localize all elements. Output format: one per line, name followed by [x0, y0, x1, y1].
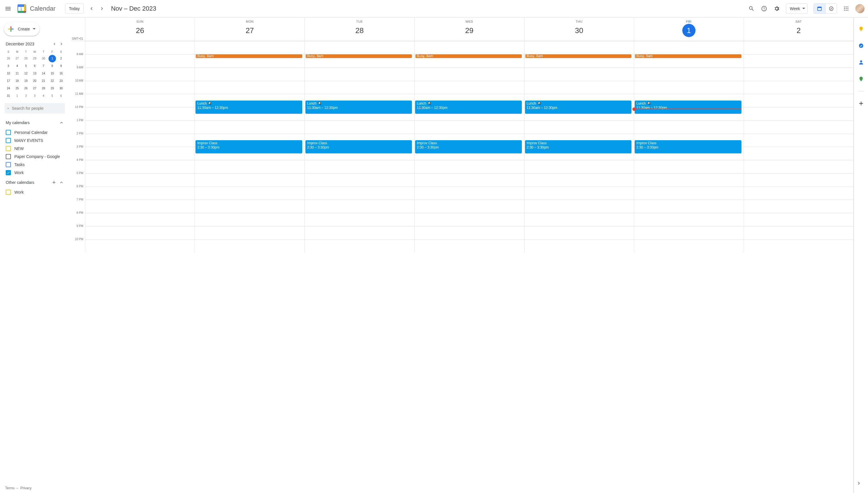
mini-day[interactable]: 3	[31, 92, 39, 100]
event[interactable]: Busy, 8am	[415, 54, 522, 58]
google-apps-button[interactable]	[841, 3, 852, 14]
mini-day[interactable]: 7	[40, 62, 47, 70]
day-column[interactable]: Busy, 8amLunch 🍳11:30am – 12:30pmImprov …	[634, 41, 744, 253]
hour-cell[interactable]	[85, 54, 195, 67]
event[interactable]: Busy, 8am	[635, 54, 741, 58]
mini-day[interactable]: 6	[58, 92, 65, 100]
event[interactable]: Lunch 🍳11:30am – 12:30pm	[415, 101, 522, 114]
day-number[interactable]: 29	[463, 24, 476, 37]
hour-cell[interactable]	[634, 160, 744, 173]
mini-day[interactable]: 27	[14, 55, 21, 62]
hour-cell[interactable]	[414, 213, 524, 226]
day-number[interactable]: 30	[572, 24, 586, 37]
hour-cell[interactable]	[744, 41, 853, 54]
hour-cell[interactable]	[744, 134, 853, 147]
mini-day[interactable]: 12	[22, 70, 29, 77]
day-header[interactable]: FRI1	[634, 18, 744, 41]
terms-link[interactable]: Terms	[5, 486, 15, 490]
hour-cell[interactable]	[634, 173, 744, 187]
hour-cell[interactable]	[414, 41, 524, 54]
hour-cell[interactable]	[744, 239, 853, 253]
hour-cell[interactable]	[524, 67, 634, 81]
hour-cell[interactable]	[85, 226, 195, 239]
mini-day[interactable]: 8	[48, 62, 56, 70]
hour-cell[interactable]	[85, 187, 195, 200]
mini-day[interactable]: 23	[58, 77, 65, 85]
hour-cell[interactable]	[524, 160, 634, 173]
event[interactable]: Improv Class2:30 – 3:30pm	[305, 140, 412, 153]
account-avatar[interactable]	[855, 4, 865, 13]
view-selector[interactable]: Week	[786, 3, 808, 14]
hour-cell[interactable]	[85, 94, 195, 107]
hour-cell[interactable]	[85, 239, 195, 253]
hour-cell[interactable]	[85, 107, 195, 121]
calendar-item[interactable]: Paper Company - Google	[3, 153, 67, 160]
event[interactable]: Busy, 8am	[305, 54, 412, 58]
mini-day[interactable]: 27	[31, 85, 39, 92]
event[interactable]: Busy, 8am	[196, 54, 302, 58]
hour-cell[interactable]	[744, 81, 853, 94]
hour-cell[interactable]	[414, 239, 524, 253]
mini-day[interactable]: 2	[22, 92, 29, 100]
hour-cell[interactable]	[414, 121, 524, 134]
mini-day[interactable]: 19	[22, 77, 29, 85]
mini-day[interactable]: 1	[48, 55, 56, 62]
hour-cell[interactable]	[524, 41, 634, 54]
search-people-input[interactable]	[12, 106, 62, 111]
mini-prev-button[interactable]	[51, 41, 58, 47]
mini-day[interactable]: 9	[58, 62, 65, 70]
hour-cell[interactable]	[634, 67, 744, 81]
hour-cell[interactable]	[414, 226, 524, 239]
mini-day[interactable]: 25	[14, 85, 21, 92]
mini-day[interactable]: 1	[14, 92, 21, 100]
mini-day[interactable]: 13	[31, 70, 39, 77]
main-menu-button[interactable]	[2, 3, 14, 14]
calendar-checkbox[interactable]	[6, 138, 11, 143]
mini-day[interactable]: 28	[22, 55, 29, 62]
event[interactable]: Busy, 8am	[525, 54, 632, 58]
tasks-view-toggle[interactable]	[825, 4, 837, 14]
collapse-my-calendars-button[interactable]	[58, 119, 65, 126]
hour-cell[interactable]	[195, 81, 304, 94]
hour-cell[interactable]	[414, 187, 524, 200]
hour-cell[interactable]	[744, 94, 853, 107]
mini-day[interactable]: 26	[22, 85, 29, 92]
other-calendars-toggle[interactable]: Other calendars	[3, 177, 67, 188]
hour-cell[interactable]	[744, 147, 853, 160]
hour-cell[interactable]	[305, 41, 414, 54]
mini-day[interactable]: 20	[31, 77, 39, 85]
tasks-addon-button[interactable]	[855, 40, 867, 51]
hour-cell[interactable]	[85, 41, 195, 54]
hour-cell[interactable]	[85, 213, 195, 226]
hour-cell[interactable]	[195, 239, 304, 253]
hour-cell[interactable]	[744, 160, 853, 173]
mini-day[interactable]: 28	[40, 85, 47, 92]
calendar-item[interactable]: MANY EVENTS	[3, 136, 67, 145]
day-column[interactable]: Busy, 8amLunch 🍳11:30am – 12:30pmImprov …	[414, 41, 524, 253]
event[interactable]: Improv Class2:30 – 3:30pm	[635, 140, 741, 153]
hour-cell[interactable]	[195, 226, 304, 239]
day-number[interactable]: 27	[243, 24, 256, 37]
day-column[interactable]: Busy, 8amLunch 🍳11:30am – 12:30pmImprov …	[304, 41, 414, 253]
hour-cell[interactable]	[744, 213, 853, 226]
hour-cell[interactable]	[634, 187, 744, 200]
calendar-view-toggle[interactable]	[814, 4, 825, 14]
day-column[interactable]: Busy, 8amLunch 🍳11:30am – 12:30pmImprov …	[524, 41, 634, 253]
support-button[interactable]: ?	[758, 3, 770, 14]
hour-cell[interactable]	[195, 213, 304, 226]
day-header[interactable]: SAT2	[744, 18, 853, 41]
keep-addon-button[interactable]	[855, 23, 867, 35]
hour-cell[interactable]	[85, 67, 195, 81]
mini-next-button[interactable]	[58, 41, 65, 47]
day-number[interactable]: 28	[353, 24, 366, 37]
hour-cell[interactable]	[744, 54, 853, 67]
calendar-checkbox[interactable]	[6, 154, 11, 159]
collapse-other-calendars-button[interactable]	[58, 179, 65, 186]
hour-cell[interactable]	[744, 67, 853, 81]
hour-cell[interactable]	[634, 213, 744, 226]
hour-cell[interactable]	[414, 160, 524, 173]
hour-cell[interactable]	[524, 121, 634, 134]
day-header[interactable]: TUE28	[304, 18, 414, 41]
day-number[interactable]: 1	[682, 24, 695, 37]
hour-cell[interactable]	[305, 67, 414, 81]
